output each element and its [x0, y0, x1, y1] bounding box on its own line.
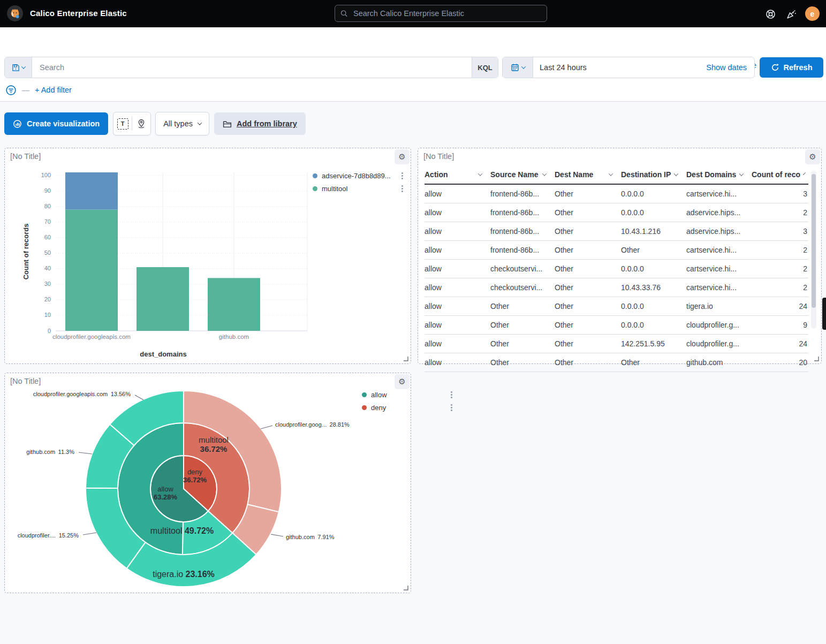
resize-handle[interactable]: [403, 585, 408, 590]
add-text-button[interactable]: T: [113, 112, 132, 135]
table-row: allowfrontend-86b...Other10.43.1.216adse…: [425, 222, 808, 241]
user-avatar[interactable]: e: [805, 6, 820, 21]
add-filter-button[interactable]: + Add filter: [35, 86, 72, 94]
table-cell: frontend-86b...: [490, 190, 555, 198]
table-cell: adservice.hips...: [686, 208, 752, 217]
table-cell: cartservice.hi...: [686, 264, 752, 273]
add-from-library-button[interactable]: Add from library: [214, 112, 306, 135]
create-visualization-button[interactable]: Create visualization: [4, 112, 108, 135]
table-scrollbar-thumb[interactable]: [812, 174, 816, 308]
help-icon[interactable]: [764, 7, 777, 20]
folder-icon: [223, 119, 232, 128]
column-header[interactable]: Dest Name: [555, 170, 621, 179]
quick-add-group: T: [113, 112, 151, 135]
legend-label: multitool: [322, 185, 399, 193]
gear-icon[interactable]: ⚙: [805, 149, 820, 164]
table-cell: allow: [425, 264, 490, 273]
table-cell: allow: [425, 302, 490, 310]
global-search-input[interactable]: [352, 9, 541, 18]
table-row: allowfrontend-86b...OtherOthercartservic…: [425, 241, 808, 260]
legend-dot-icon: [362, 392, 367, 397]
column-header[interactable]: Destination IP: [621, 170, 686, 179]
table-row: allowcheckoutservi...Other10.43.33.76car…: [425, 278, 808, 297]
svg-text:50: 50: [44, 249, 51, 256]
calendar-menu-button[interactable]: [503, 57, 533, 78]
table-cell: Other: [490, 321, 555, 329]
legend-label: deny: [371, 404, 449, 412]
refresh-icon: [771, 63, 779, 72]
table-row: allowcheckoutservi...Other0.0.0.0cartser…: [425, 260, 808, 278]
kql-search-input[interactable]: [39, 63, 465, 72]
legend-item-menu-icon[interactable]: [399, 172, 405, 179]
table-cell: 2: [752, 246, 808, 254]
chevron-down-icon: [542, 171, 547, 176]
table-cell: 142.251.5.95: [621, 339, 686, 348]
table-cell: checkoutservi...: [490, 283, 555, 292]
all-types-dropdown[interactable]: All types: [155, 112, 209, 135]
table-cell: cartservice.hi...: [686, 283, 752, 292]
table-cell: 10.43.33.76: [621, 283, 686, 292]
saved-query-menu-button[interactable]: [5, 57, 32, 78]
table-cell: 20: [752, 358, 808, 367]
legend-item[interactable]: deny: [362, 404, 454, 412]
newsfeed-icon[interactable]: [785, 7, 798, 20]
filter-icon[interactable]: [5, 85, 17, 96]
chevron-down-icon: [739, 171, 744, 176]
table-row: allowfrontend-86b...Other0.0.0.0adservic…: [425, 203, 808, 222]
column-header[interactable]: Dest Domains: [686, 170, 752, 179]
table-cell: frontend-86b...: [490, 208, 555, 217]
table-scrollbar: [811, 171, 816, 329]
global-search[interactable]: [335, 5, 547, 22]
table-cell: allow: [425, 246, 490, 254]
column-header[interactable]: Action: [425, 170, 490, 179]
show-dates-button[interactable]: Show dates: [699, 57, 754, 78]
table-cell: 2: [752, 283, 808, 292]
legend-label: adservice-7d8b8d89...: [322, 172, 399, 180]
table-cell: Other: [555, 227, 621, 236]
table-header-row: ActionSource NameDest NameDestination IP…: [425, 165, 808, 185]
column-header[interactable]: Count of reco: [752, 170, 808, 179]
add-map-button[interactable]: [132, 112, 150, 135]
table-cell: 3: [752, 190, 808, 198]
time-range-value[interactable]: Last 24 hours: [533, 57, 699, 78]
column-header[interactable]: Source Name: [490, 170, 555, 179]
panel-title: [No Title]: [423, 152, 454, 161]
date-picker: Last 24 hours Show dates: [502, 57, 755, 78]
legend-item-menu-icon[interactable]: [449, 404, 454, 411]
page-scrollbar-thumb[interactable]: [822, 298, 826, 330]
legend-dot-icon: [362, 405, 367, 410]
table-cell: Other: [555, 264, 621, 273]
table-cell: Other: [490, 339, 555, 348]
resize-handle[interactable]: [403, 356, 408, 361]
calico-cat-logo-icon[interactable]: [7, 5, 23, 21]
search-icon: [340, 10, 348, 18]
table-cell: allow: [425, 190, 490, 198]
app-title: Calico Enterprise Elastic: [30, 9, 127, 18]
chevron-down-icon: [478, 171, 482, 176]
svg-text:30: 30: [44, 281, 51, 287]
table-cell: 24: [752, 302, 808, 310]
kql-language-button[interactable]: KQL: [472, 57, 498, 78]
refresh-button[interactable]: Refresh: [760, 57, 823, 78]
legend-item-menu-icon[interactable]: [449, 391, 454, 398]
query-bar: KQL: [4, 57, 498, 78]
table-cell: 3: [752, 227, 808, 236]
table-cell: allow: [425, 339, 490, 348]
resize-handle[interactable]: [814, 356, 819, 361]
legend-item[interactable]: multitool: [313, 185, 405, 193]
table-row: allowOtherOther0.0.0.0cloudprofiler.g...…: [425, 316, 808, 335]
table-cell: 0.0.0.0: [621, 208, 686, 217]
svg-text:20: 20: [44, 296, 51, 302]
svg-text:10: 10: [44, 312, 51, 318]
edit-toolbar: Create visualization T All types Add fro…: [4, 112, 306, 135]
legend-item[interactable]: adservice-7d8b8d89...: [313, 172, 405, 180]
table-cell: allow: [425, 227, 490, 236]
legend-item-menu-icon[interactable]: [399, 185, 405, 192]
filter-row: — + Add filter: [5, 84, 72, 96]
table-cell: allow: [425, 358, 490, 367]
svg-text:100: 100: [41, 172, 51, 178]
legend-item[interactable]: allow: [362, 391, 454, 399]
svg-text:dest_domains: dest_domains: [140, 350, 186, 358]
svg-text:cloudprofiler.googleapis.com: cloudprofiler.googleapis.com: [52, 334, 131, 340]
chevron-down-icon: [609, 171, 613, 176]
